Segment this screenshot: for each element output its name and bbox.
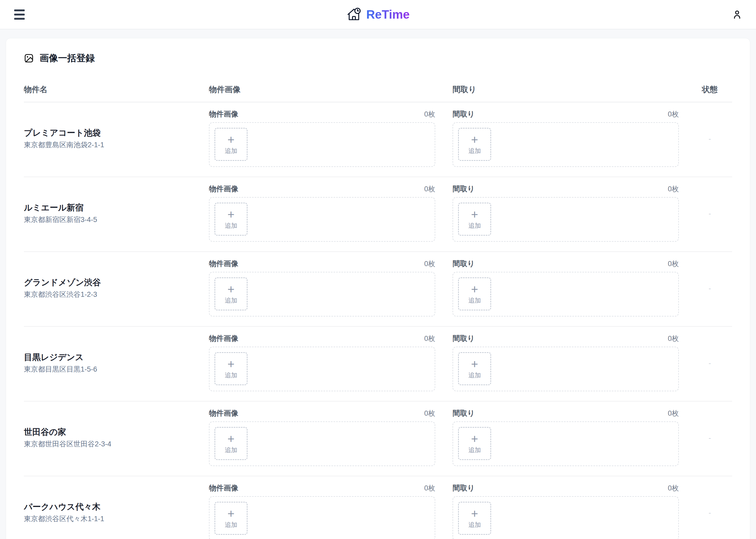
add-button-label: 追加 [225,446,237,454]
floorplan-count: 0枚 [668,110,679,119]
app-header: ReTime [0,0,756,30]
plus-icon: + [471,133,478,146]
table-row: ルミエール新宿 東京都新宿区新宿3-4-5 物件画像 0枚 + 追加 間取り 0… [24,177,732,252]
images-count: 0枚 [424,483,435,493]
images-dropzone[interactable]: + 追加 [209,197,435,242]
status-cell: - [688,408,732,467]
add-button-label: 追加 [468,296,481,305]
status-cell: - [688,184,732,243]
floorplan-label: 間取り [453,109,475,119]
floorplan-label: 間取り [453,408,475,418]
images-dropzone[interactable]: + 追加 [209,346,435,391]
add-floorplan-button[interactable]: + 追加 [458,277,491,310]
plus-icon: + [471,507,478,519]
status-cell: - [688,259,732,318]
images-dropzone[interactable]: + 追加 [209,272,435,317]
add-images-button[interactable]: + 追加 [214,128,248,161]
page-title-label: 画像一括登録 [40,52,95,64]
add-images-button[interactable]: + 追加 [214,352,248,385]
add-images-button[interactable]: + 追加 [214,427,248,460]
floorplan-label: 間取り [453,334,475,344]
images-dropzone[interactable]: + 追加 [209,422,435,466]
property-name: プレミアコート池袋 [24,128,199,138]
images-label: 物件画像 [209,408,238,418]
floorplan-dropzone[interactable]: + 追加 [453,346,679,391]
add-button-label: 追加 [225,521,237,529]
add-images-button[interactable]: + 追加 [214,277,248,310]
images-count: 0枚 [424,184,435,194]
plus-icon: + [227,133,235,146]
plus-icon: + [471,433,478,445]
images-label: 物件画像 [209,259,238,269]
floorplan-label: 間取り [453,483,475,493]
table-body: プレミアコート池袋 東京都豊島区南池袋2-1-1 物件画像 0枚 + 追加 間取… [19,102,737,539]
add-button-label: 追加 [468,221,481,230]
floorplan-cell: 間取り 0枚 + 追加 [453,184,688,243]
add-floorplan-button[interactable]: + 追加 [458,128,491,161]
floorplan-dropzone[interactable]: + 追加 [453,272,679,317]
images-count: 0枚 [424,409,435,418]
floorplan-cell: 間取り 0枚 + 追加 [453,259,688,318]
user-menu-button[interactable] [730,7,744,22]
plus-icon: + [227,358,235,370]
add-images-button[interactable]: + 追加 [214,502,248,535]
house-clock-icon [346,7,362,22]
add-button-label: 追加 [468,147,481,155]
images-dropzone[interactable]: + 追加 [209,122,435,167]
floorplan-count: 0枚 [668,409,679,418]
add-button-label: 追加 [468,446,481,454]
floorplan-cell: 間取り 0枚 + 追加 [453,109,688,168]
property-address: 東京都目黒区目黒1-5-6 [24,365,199,374]
floorplan-cell: 間取り 0枚 + 追加 [453,408,688,467]
floorplan-label: 間取り [453,259,475,269]
property-address: 東京都渋谷区渋谷1-2-3 [24,290,199,299]
status-value: - [709,135,711,143]
status-value: - [709,284,711,293]
plus-icon: + [227,433,235,445]
property-name-cell: 世田谷の家 東京都世田谷区世田谷2-3-4 [24,408,209,467]
add-button-label: 追加 [225,221,237,230]
table-row: パークハウス代々木 東京都渋谷区代々木1-1-1 物件画像 0枚 + 追加 間取… [24,476,732,539]
floorplan-count: 0枚 [668,184,679,194]
add-button-label: 追加 [225,147,237,155]
floorplan-dropzone[interactable]: + 追加 [453,422,679,466]
table-header: 物件名 物件画像 間取り 状態 [24,84,732,102]
add-button-label: 追加 [225,371,237,379]
floorplan-count: 0枚 [668,334,679,343]
property-address: 東京都新宿区新宿3-4-5 [24,215,199,224]
property-address: 東京都渋谷区代々木1-1-1 [24,514,199,523]
add-floorplan-button[interactable]: + 追加 [458,502,491,535]
menu-button[interactable] [12,7,27,22]
bulk-image-upload-card: 画像一括登録 物件名 物件画像 間取り 状態 プレミアコート池袋 東京都豊島区南… [6,38,750,539]
floorplan-dropzone[interactable]: + 追加 [453,197,679,242]
status-cell: - [688,109,732,168]
plus-icon: + [471,358,478,370]
status-cell: - [688,334,732,393]
table-row: 世田谷の家 東京都世田谷区世田谷2-3-4 物件画像 0枚 + 追加 間取り 0… [24,402,732,476]
add-button-label: 追加 [468,371,481,379]
table-row: グランドメゾン渋谷 東京都渋谷区渋谷1-2-3 物件画像 0枚 + 追加 間取り… [24,252,732,327]
property-images-cell: 物件画像 0枚 + 追加 [209,483,453,539]
add-floorplan-button[interactable]: + 追加 [458,202,491,236]
floorplan-cell: 間取り 0枚 + 追加 [453,334,688,393]
property-images-cell: 物件画像 0枚 + 追加 [209,408,453,467]
add-floorplan-button[interactable]: + 追加 [458,427,491,460]
floorplan-count: 0枚 [668,483,679,493]
add-floorplan-button[interactable]: + 追加 [458,352,491,385]
add-button-label: 追加 [225,296,237,305]
column-header-status: 状態 [688,84,732,95]
property-images-cell: 物件画像 0枚 + 追加 [209,184,453,243]
plus-icon: + [471,283,478,295]
images-count: 0枚 [424,259,435,269]
floorplan-dropzone[interactable]: + 追加 [453,496,679,539]
floorplan-cell: 間取り 0枚 + 追加 [453,483,688,539]
property-name-cell: 目黒レジデンス 東京都目黒区目黒1-5-6 [24,334,209,393]
status-value: - [709,209,711,218]
column-header-images: 物件画像 [209,84,453,95]
add-images-button[interactable]: + 追加 [214,202,248,236]
table-row: プレミアコート池袋 東京都豊島区南池袋2-1-1 物件画像 0枚 + 追加 間取… [24,102,732,177]
images-dropzone[interactable]: + 追加 [209,496,435,539]
property-name: グランドメゾン渋谷 [24,277,199,287]
plus-icon: + [227,283,235,295]
floorplan-dropzone[interactable]: + 追加 [453,122,679,167]
